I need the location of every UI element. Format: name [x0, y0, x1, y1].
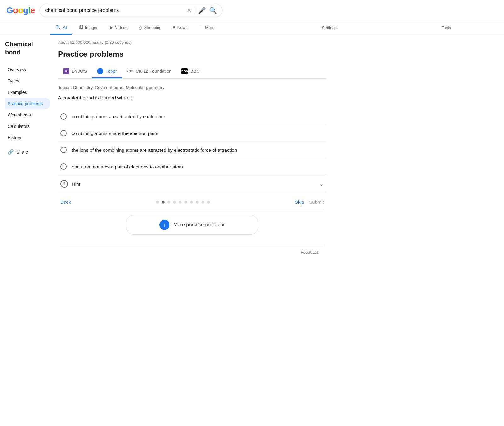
options-list: combining atoms are attracted by each ot… [58, 108, 326, 175]
dot-4 [173, 201, 176, 204]
results-count: About 52,000,000 results (0.89 seconds) [58, 40, 326, 45]
dot-5 [179, 201, 182, 204]
search-bar[interactable]: ✕ 🎤 🔍 [40, 4, 222, 17]
option-3[interactable]: the ions of the combining atoms are attr… [58, 142, 326, 158]
question-nav-row: Back Skip Submit [58, 193, 326, 210]
news-icon: ≡ [173, 25, 175, 30]
hint-icon: ? [60, 180, 68, 188]
submit-button: Submit [309, 199, 324, 205]
sidebar: Chemical bond Overview Types Examples Pr… [0, 40, 50, 262]
chevron-down-icon: ⌄ [319, 180, 324, 187]
shopping-icon: ◇ [139, 25, 142, 30]
dot-3 [167, 201, 170, 204]
ck12-logo: ⟨⟩12 [127, 68, 133, 74]
sidebar-item-history[interactable]: History [5, 132, 50, 143]
clear-button[interactable]: ✕ [187, 7, 192, 14]
source-tab-ck12[interactable]: ⟨⟩12 CK-12 Foundation [122, 65, 177, 78]
feedback-area: Feedback [58, 245, 326, 262]
radio-1 [60, 113, 67, 120]
source-tab-toppr[interactable]: ↑ Toppr [92, 65, 122, 78]
sidebar-item-calculators[interactable]: Calculators [5, 121, 50, 132]
google-logo: Google [6, 5, 35, 15]
sidebar-title: Chemical bond [5, 40, 45, 56]
question-text: A covalent bond is formed when : [58, 95, 326, 101]
dot-9 [201, 201, 204, 204]
share-button[interactable]: 🔗 Share [5, 146, 45, 158]
video-icon: ▶ [110, 25, 113, 30]
share-icon: 🔗 [8, 149, 14, 155]
sidebar-item-types[interactable]: Types [5, 75, 50, 87]
radio-3 [60, 147, 67, 153]
content-area: About 52,000,000 results (0.89 seconds) … [50, 40, 334, 262]
pagination-dots [156, 201, 210, 204]
header: Google ✕ 🎤 🔍 [0, 0, 504, 21]
option-2[interactable]: combining atoms share the electron pairs [58, 125, 326, 142]
source-tabs: B BYJU'S ↑ Toppr ⟨⟩12 CK-12 Foundation B… [58, 65, 326, 79]
mic-button[interactable]: 🎤 [198, 7, 206, 14]
tab-all[interactable]: 🔍 All [50, 21, 72, 35]
bbc-logo: BBC [181, 68, 188, 74]
dot-10 [207, 201, 210, 204]
settings-link[interactable]: Settings [319, 22, 339, 34]
toppr-logo: ↑ [97, 68, 103, 74]
hint-row[interactable]: ? Hint ⌄ [58, 175, 326, 193]
image-icon: 🖼 [78, 25, 83, 30]
search-button[interactable]: 🔍 [209, 7, 217, 14]
dot-6 [184, 201, 187, 204]
dot-8 [196, 201, 199, 204]
source-tab-byjus[interactable]: B BYJU'S [58, 65, 92, 78]
back-button[interactable]: Back [60, 199, 71, 205]
option-4[interactable]: one atom donates a pair of electrons to … [58, 158, 326, 175]
sidebar-item-examples[interactable]: Examples [5, 87, 50, 98]
search-input[interactable] [45, 8, 184, 13]
tab-shopping[interactable]: ◇ Shopping [134, 21, 167, 35]
divider [195, 7, 195, 14]
option-1[interactable]: combining atoms are attracted by each ot… [58, 108, 326, 125]
byjus-logo: B [63, 68, 69, 74]
radio-2 [60, 130, 67, 136]
toppr-circle-icon: ↑ [159, 220, 169, 230]
more-icon: ⋮ [199, 25, 203, 30]
tab-videos[interactable]: ▶ Videos [105, 21, 133, 35]
main-content: Chemical bond Overview Types Examples Pr… [0, 35, 504, 267]
topics: Topics: Chemistry, Covalent bond, Molecu… [58, 85, 326, 90]
section-title: Practice problems [58, 50, 326, 59]
skip-button[interactable]: Skip [295, 199, 304, 205]
hint-label: Hint [72, 181, 80, 187]
tab-news[interactable]: ≡ News [168, 21, 193, 35]
search-icon: 🔍 [55, 25, 61, 30]
nav-tabs: 🔍 All 🖼 Images ▶ Videos ◇ Shopping ≡ New… [0, 21, 504, 35]
tab-more[interactable]: ⋮ More [194, 21, 220, 35]
more-practice-button[interactable]: ↑ More practice on Toppr [126, 215, 258, 235]
radio-4 [60, 163, 67, 170]
more-practice-container: ↑ More practice on Toppr [58, 210, 326, 245]
tab-images[interactable]: 🖼 Images [73, 21, 103, 35]
sidebar-item-practice-problems[interactable]: Practice problems [5, 98, 50, 109]
dot-7 [190, 201, 193, 204]
sidebar-item-overview[interactable]: Overview [5, 64, 50, 75]
sidebar-item-worksheets[interactable]: Worksheets [5, 109, 50, 121]
tools-link[interactable]: Tools [439, 22, 454, 34]
dot-2 [162, 201, 165, 204]
feedback-button[interactable]: Feedback [301, 250, 319, 255]
dot-1 [156, 201, 159, 204]
source-tab-bbc[interactable]: BBC BBC [176, 65, 204, 78]
